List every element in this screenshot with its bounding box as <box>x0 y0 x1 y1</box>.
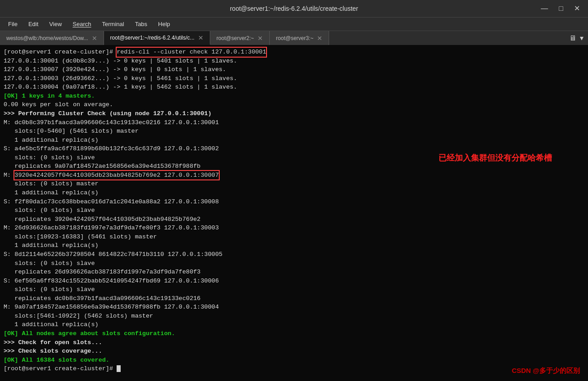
line-24: replicates 26d936626acb387183fd1997e7a3d… <box>4 268 584 277</box>
line-14: slots: (0 slots) master <box>4 179 584 188</box>
command-highlight: redis-cli --cluster check 127.0.0.1:3000… <box>117 48 266 57</box>
tab-westos-close[interactable]: ✕ <box>92 35 97 41</box>
line-4: 127.0.0.1:30004 (9a07af18...) -> 1 keys … <box>4 83 584 92</box>
node-highlight: 3920e4242057f04c410305db23bab94825b769e2… <box>14 171 219 180</box>
tab-bar: westos@wlb:/home/westos/Dow... ✕ root@se… <box>0 31 588 45</box>
terminal: [root@server1 create-cluster]# redis-cli… <box>0 45 588 381</box>
line-29: slots:[5461-10922] (5462 slots) master <box>4 312 584 321</box>
line-6: >>> Performing Cluster Check (using node… <box>4 109 584 118</box>
line-23: slots: (0 slots) slave <box>4 259 584 268</box>
line-22: S: 8d12114e65226b37298504 8614822c78471b… <box>4 250 584 259</box>
line-27: replicates dc0b8c397b1faacd3a096606c143c… <box>4 294 584 303</box>
line-8: slots:[0-5460] (5461 slots) master <box>4 127 584 136</box>
line-5: 0.00 keys per slot on average. <box>4 100 584 109</box>
line-32: >>> Check slots coverage... <box>4 347 584 356</box>
cursor <box>117 365 121 372</box>
line-15: 1 additional replica(s) <box>4 188 584 197</box>
line-2: 127.0.0.1:30007 (3920e424...) -> 0 keys … <box>4 65 584 74</box>
line-28: M: 9a07af184572ae156856e6a39e4d153678f98… <box>4 303 584 312</box>
watermark: CSDN @多于少的区别 <box>512 366 580 376</box>
line-20: slots:[10923-16383] (5461 slots) master <box>4 233 584 242</box>
tab-server2-label: root@server2:~ <box>217 35 254 41</box>
tab-server1[interactable]: root@server1:~/redis-6.2.4/utils/c... ✕ <box>104 31 210 45</box>
menu-bar: File Edit View Search Terminal Tabs Help <box>0 17 588 31</box>
line-26: slots: (0 slots) slave <box>4 285 584 294</box>
tab-server3[interactable]: root@server3:~ ✕ <box>270 31 329 45</box>
line-21: 1 additional replica(s) <box>4 241 584 250</box>
prompt-final: [root@server1 create-cluster]# <box>4 364 584 373</box>
line-13-highlight: M: 3920e4242057f04c410305db23bab94825b76… <box>4 171 584 180</box>
minimize-button[interactable]: — <box>538 4 551 13</box>
line-1: 127.0.0.1:30001 (dc0b8c39...) -> 0 keys … <box>4 57 584 66</box>
line-19: M: 26d936626acb387183fd1997e7a3df9da7fe8… <box>4 224 584 233</box>
line-ok3: [OK] All 16384 slots covered. <box>4 356 584 365</box>
window-title: root@server1:~/redis-6.2.4/utils/create-… <box>230 5 358 12</box>
tab-westos-label: westos@wlb:/home/westos/Dow... <box>6 35 88 41</box>
line-16: S: f2f80da1c73cc638bbeac016d7a1c2041e0a8… <box>4 197 584 206</box>
line-ok2: [OK] All nodes agree about slots configu… <box>4 329 584 338</box>
menu-file[interactable]: File <box>4 20 22 28</box>
menu-terminal[interactable]: Terminal <box>98 20 129 28</box>
close-button[interactable]: ✕ <box>571 4 583 13</box>
maximize-button[interactable]: □ <box>556 4 566 13</box>
tab-server2-close[interactable]: ✕ <box>258 35 263 41</box>
tab-server3-close[interactable]: ✕ <box>317 35 322 41</box>
menu-tabs[interactable]: Tabs <box>131 20 152 28</box>
tab-westos[interactable]: westos@wlb:/home/westos/Dow... ✕ <box>0 31 104 45</box>
menu-view[interactable]: View <box>45 20 66 28</box>
menu-search[interactable]: Search <box>68 20 95 28</box>
tab-server1-close[interactable]: ✕ <box>198 35 204 41</box>
line-ok1: [OK] 1 keys in 4 masters. <box>4 92 584 101</box>
line-25: S: 6ef505a6ff8324c15522babb52410954247fb… <box>4 277 584 286</box>
line-3: 127.0.0.1:30003 (26d93662...) -> 0 keys … <box>4 74 584 83</box>
line-30: 1 additional replica(s) <box>4 320 584 329</box>
annotation-text: 已经加入集群但没有分配哈希槽 <box>439 152 552 164</box>
window-controls[interactable]: — □ ✕ <box>538 4 583 13</box>
tab-extras: 🖥 ▾ <box>565 31 588 45</box>
tab-server1-label: root@server1:~/redis-6.2.4/utils/c... <box>110 35 194 41</box>
line-17: slots: (0 slots) slave <box>4 206 584 215</box>
line-31: >>> Check for open slots... <box>4 338 584 347</box>
tab-server2[interactable]: root@server2:~ ✕ <box>210 31 270 45</box>
command-line: [root@server1 create-cluster]# redis-cli… <box>4 48 584 57</box>
line-18: replicates 3920e4242057f04c410305db23bab… <box>4 215 584 224</box>
title-bar: root@server1:~/redis-6.2.4/utils/create-… <box>0 0 588 17</box>
tab-dropdown-button[interactable]: ▾ <box>580 34 583 42</box>
menu-help[interactable]: Help <box>154 20 175 28</box>
line-7: M: dc0b8c397b1faacd3a096606c143c19133ec0… <box>4 118 584 127</box>
line-9: 1 additional replica(s) <box>4 136 584 145</box>
new-tab-button[interactable]: 🖥 <box>569 34 576 42</box>
tab-server3-label: root@server3:~ <box>276 35 313 41</box>
menu-edit[interactable]: Edit <box>24 20 43 28</box>
